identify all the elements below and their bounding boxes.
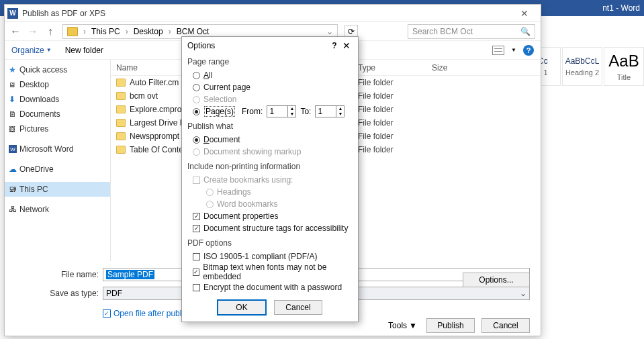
from-spinner[interactable]: ▲▼ [267, 105, 296, 117]
crumb-desktop[interactable]: Desktop [134, 27, 163, 36]
nav-desktop[interactable]: Desktop [5, 77, 110, 92]
radio-headings: Headings [187, 186, 353, 198]
check-doc-tags[interactable]: Document structure tags for accessibilit… [187, 222, 353, 234]
nav-quick-access[interactable]: Quick access [5, 62, 110, 77]
to-spinner[interactable]: ▲▼ [315, 105, 344, 117]
crumb-bcmoct[interactable]: BCM Oct [177, 27, 210, 36]
radio-selection: Selection [187, 93, 353, 105]
back-icon[interactable]: ← [10, 26, 21, 38]
nav-network[interactable]: Network [5, 202, 110, 217]
check-bitmap[interactable]: Bitmap text when fonts may not be embedd… [187, 262, 353, 281]
nav-onedrive[interactable]: OneDrive [5, 162, 110, 177]
nav-thispc[interactable]: This PC [5, 182, 110, 197]
filename-label: File name: [45, 270, 99, 279]
options-cancel-button[interactable]: Cancel [274, 300, 322, 315]
nav-documents[interactable]: Documents [5, 107, 110, 122]
check-encrypt[interactable]: Encrypt the document with a password [187, 281, 353, 293]
folder-icon [116, 105, 126, 113]
nav-downloads[interactable]: Downloads [5, 92, 110, 107]
radio-current[interactable]: Current page [187, 81, 353, 93]
check-bookmarks: Create bookmarks using: [187, 174, 353, 186]
to-label: To: [300, 107, 311, 116]
page-range-title: Page range [187, 57, 353, 66]
up-icon[interactable]: ↑ [45, 26, 56, 38]
nav-pane: Quick access Desktop Downloads Documents… [5, 60, 111, 261]
filename-value: Sample PDF [106, 270, 154, 279]
pdf-options-title: PDF options [187, 238, 353, 248]
radio-all[interactable]: All [187, 69, 353, 81]
publish-what-title: Publish what [187, 122, 353, 131]
saveas-label: Save as type: [45, 289, 99, 298]
ok-button[interactable]: OK [218, 300, 266, 315]
cancel-button[interactable]: Cancel [481, 318, 530, 333]
tools-menu[interactable]: Tools ▼ [388, 321, 417, 330]
radio-word-bookmarks: Word bookmarks [187, 198, 353, 210]
organize-menu[interactable]: Organize ▼ [11, 46, 52, 55]
new-folder-button[interactable]: New folder [65, 46, 103, 55]
publish-button[interactable]: Publish [426, 318, 475, 333]
help-icon[interactable]: ? [523, 45, 534, 56]
word-doc-title: nt1 - Word [602, 3, 640, 13]
folder-icon [116, 79, 126, 87]
style-heading2[interactable]: AaBbCcLHeading 2 [562, 47, 602, 86]
radio-document[interactable]: Document [187, 134, 353, 146]
options-dialog: Options ? ✕ Page range All Current page … [181, 36, 359, 322]
options-title: Options [187, 41, 328, 50]
word-icon: W [7, 8, 18, 19]
col-size[interactable]: Size [432, 63, 486, 72]
nav-msword[interactable]: Microsoft Word [5, 142, 110, 156]
radio-pages[interactable] [193, 108, 200, 115]
radio-doc-markup: Document showing markup [187, 146, 353, 158]
view-icon[interactable] [492, 46, 504, 55]
saveas-value: PDF [106, 289, 122, 298]
close-icon[interactable]: ✕ [511, 8, 538, 19]
options-help-icon[interactable]: ? [328, 41, 340, 50]
chevron-down-icon[interactable]: ⌄ [326, 27, 333, 36]
options-button[interactable]: Options... [463, 273, 530, 287]
crumb-thispc[interactable]: This PC [91, 27, 120, 36]
search-placeholder: Search BCM Oct [412, 27, 473, 36]
folder-icon [116, 146, 126, 154]
check-doc-props[interactable]: Document properties [187, 210, 353, 222]
folder-icon [116, 119, 126, 127]
forward-icon[interactable]: → [28, 26, 38, 38]
publish-title: Publish as PDF or XPS [22, 9, 105, 18]
nav-pictures[interactable]: Pictures [5, 122, 110, 136]
folder-icon [116, 132, 126, 140]
search-input[interactable]: Search BCM Oct 🔍 [408, 24, 535, 39]
include-title: Include non-printing information [187, 162, 353, 171]
check-iso[interactable]: ISO 19005-1 compliant (PDF/A) [187, 250, 353, 262]
from-label: From: [242, 107, 263, 116]
folder-icon [67, 27, 78, 36]
options-close-icon[interactable]: ✕ [340, 40, 353, 51]
search-icon: 🔍 [520, 27, 531, 36]
folder-icon [116, 92, 126, 100]
col-type[interactable]: Type [358, 63, 432, 72]
style-title[interactable]: AaBTitle [604, 47, 644, 86]
